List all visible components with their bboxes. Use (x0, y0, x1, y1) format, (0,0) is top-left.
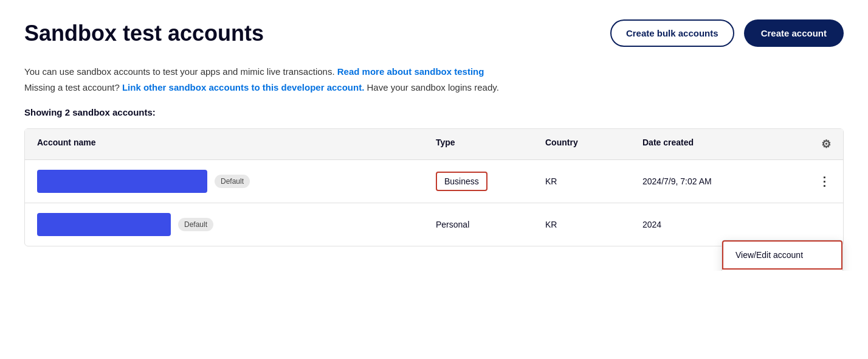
account-name-cell-1: Default (37, 170, 436, 193)
table-row: Default Business KR 2024/7/9, 7:02 AM ⋮ (25, 160, 843, 203)
sandbox-testing-link[interactable]: Read more about sandbox testing (337, 66, 484, 77)
account-name-bar-2 (37, 213, 171, 236)
link-accounts-link[interactable]: Link other sandbox accounts to this deve… (122, 82, 364, 92)
date-cell-1: 2024/7/9, 7:02 AM (642, 176, 801, 186)
context-menu: View/Edit account Duplicate account View… (722, 240, 843, 271)
country-cell-1: KR (545, 176, 642, 186)
menu-item-duplicate[interactable]: Duplicate account (722, 270, 842, 271)
menu-item-view-edit[interactable]: View/Edit account (722, 240, 842, 270)
default-badge-1: Default (215, 175, 250, 188)
table-row: Default Personal KR 2024 View/Edit accou… (25, 203, 843, 246)
account-name-bar-1 (37, 170, 207, 193)
info-section: You can use sandbox accounts to test you… (24, 64, 844, 95)
info-line2: Missing a test account? Link other sandb… (24, 80, 844, 96)
country-cell-2: KR (545, 220, 642, 229)
accounts-table: Account name Type Country Date created ⚙… (24, 128, 844, 246)
col-header-date-created: Date created (642, 138, 801, 151)
info-line2-text: Missing a test account? (24, 82, 120, 92)
showing-label: Showing 2 sandbox accounts: (24, 107, 844, 117)
header-actions: Create bulk accounts Create account (610, 19, 844, 47)
col-header-account-name: Account name (37, 138, 436, 151)
type-cell-1: Business (436, 172, 545, 191)
account-name-cell-2: Default (37, 213, 436, 236)
info-line1: You can use sandbox accounts to test you… (24, 64, 844, 80)
page-container: Sandbox test accounts Create bulk accoun… (0, 0, 868, 271)
type-value-1: Business (436, 172, 487, 191)
info-line2-suffix: Have your sandbox logins ready. (367, 82, 499, 92)
col-header-type: Type (436, 138, 545, 151)
table-header: Account name Type Country Date created ⚙ (25, 129, 843, 160)
col-header-country: Country (545, 138, 642, 151)
row-actions-dots-1[interactable]: ⋮ (818, 174, 831, 189)
create-bulk-accounts-button[interactable]: Create bulk accounts (610, 19, 734, 47)
info-line1-text: You can use sandbox accounts to test you… (24, 66, 335, 77)
date-cell-2: 2024 (642, 220, 801, 229)
create-account-button[interactable]: Create account (744, 19, 844, 47)
default-badge-2: Default (178, 218, 213, 231)
settings-gear-icon[interactable]: ⚙ (821, 138, 831, 151)
header-row: Sandbox test accounts Create bulk accoun… (24, 19, 844, 47)
page-title: Sandbox test accounts (24, 21, 264, 46)
type-cell-2: Personal (436, 220, 545, 229)
